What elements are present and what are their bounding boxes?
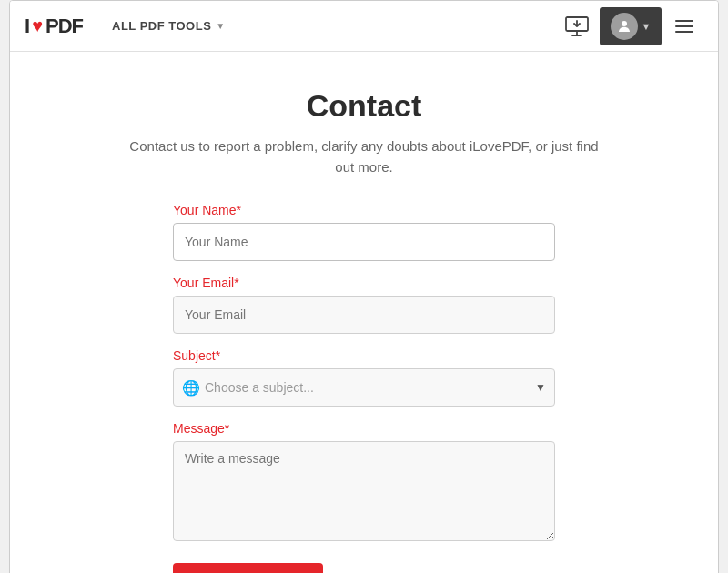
logo-heart-icon: ♥ xyxy=(32,15,43,36)
hamburger-icon xyxy=(675,20,693,33)
main-content: Contact Contact us to report a problem, … xyxy=(10,52,718,573)
download-button[interactable] xyxy=(558,7,596,45)
browser-frame: I ♥ PDF ALL PDF TOOLS ▼ xyxy=(9,0,719,573)
logo[interactable]: I ♥ PDF xyxy=(25,15,83,38)
email-field-group: Your Email* xyxy=(173,276,555,334)
message-label: Message* xyxy=(173,421,555,436)
page-subtitle: Contact us to report a problem, clarify … xyxy=(127,136,601,177)
email-label: Your Email* xyxy=(173,276,555,290)
all-pdf-tools-label: ALL PDF TOOLS xyxy=(112,19,211,33)
page-title: Contact xyxy=(307,88,422,124)
message-field-group: Message* xyxy=(173,421,555,541)
email-input[interactable] xyxy=(173,296,555,334)
send-message-button[interactable]: Send message xyxy=(173,563,323,573)
subject-select[interactable]: Choose a subject... Technical support Bi… xyxy=(173,368,555,407)
message-textarea[interactable] xyxy=(173,441,555,541)
monitor-icon xyxy=(565,16,589,36)
avatar xyxy=(611,13,638,40)
hamburger-menu-button[interactable] xyxy=(665,7,703,45)
svg-point-1 xyxy=(622,21,627,26)
navbar: I ♥ PDF ALL PDF TOOLS ▼ xyxy=(10,1,718,52)
name-field-group: Your Name* xyxy=(173,203,555,261)
navbar-right: ▼ xyxy=(558,7,703,45)
subject-label: Subject* xyxy=(173,348,555,363)
logo-text-pdf: PDF xyxy=(46,15,83,38)
account-caret-icon: ▼ xyxy=(642,21,652,32)
subject-field-group: Subject* 🌐 Choose a subject... Technical… xyxy=(173,348,555,407)
logo-text-i: I xyxy=(25,15,29,38)
subject-select-wrapper: 🌐 Choose a subject... Technical support … xyxy=(173,368,555,407)
name-label: Your Name* xyxy=(173,203,555,217)
tools-caret-icon: ▼ xyxy=(216,21,225,31)
all-pdf-tools-button[interactable]: ALL PDF TOOLS ▼ xyxy=(105,14,233,38)
user-account-button[interactable]: ▼ xyxy=(600,7,662,45)
contact-form: Your Name* Your Email* Subject* 🌐 xyxy=(173,203,555,573)
name-input[interactable] xyxy=(173,223,555,261)
